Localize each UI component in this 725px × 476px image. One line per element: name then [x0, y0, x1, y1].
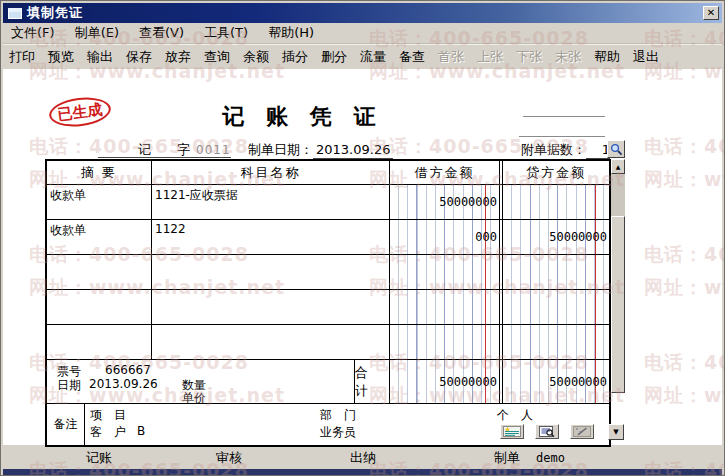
make-date-label: 制单日期： [248, 142, 313, 157]
clerk-label[interactable]: 业务员 [320, 424, 356, 441]
ticket-cell: 票号 666667 日期 2013.09.26 数量 单价 [47, 360, 355, 403]
department-label[interactable]: 部 门 [320, 407, 356, 424]
summary-cell[interactable] [47, 255, 152, 289]
header-summary: 摘 要 [47, 161, 152, 184]
bookkeeper-label: 记账 [86, 449, 112, 467]
account-cell[interactable] [152, 325, 390, 359]
attach-count: 附单据数：1 [521, 141, 610, 159]
credit-cell[interactable] [503, 325, 609, 359]
vertical-scrollbar[interactable]: ▲ [611, 159, 625, 393]
maker-label: 制单 [494, 449, 520, 467]
scroll-up-icon[interactable]: ▲ [611, 159, 625, 174]
maker-value: demo [536, 451, 565, 465]
menu-item-3[interactable]: 工具(T) [196, 23, 256, 43]
toolbar-button-6[interactable]: 余额 [237, 46, 275, 68]
close-button[interactable]: ✕ [703, 6, 719, 20]
toolbar-button-3[interactable]: 保存 [120, 46, 158, 68]
menu-item-4[interactable]: 帮助(H) [260, 23, 322, 43]
voucher-word-underline [98, 157, 231, 158]
menu-item-2[interactable]: 查看(V) [131, 23, 192, 43]
remark-row: 备注 项 目 客 户 B 部 门 业务员 个 人 [47, 404, 609, 445]
project-label[interactable]: 项 目 [90, 407, 126, 424]
document-magnifier-icon[interactable] [535, 424, 559, 439]
voucher-row-2 [47, 255, 609, 290]
person-label[interactable]: 个 人 [497, 407, 533, 424]
credit-cell[interactable] [503, 290, 609, 324]
ticket-date-label: 日期 [57, 377, 81, 394]
blank-line-bottom [519, 136, 605, 137]
signature-row: 记账 审核 出纳 制单 demo [3, 449, 722, 465]
toolbar-button-8[interactable]: 删分 [315, 46, 353, 68]
bottom-navy-bar [3, 469, 722, 476]
account-cell[interactable]: 1122 [152, 220, 390, 254]
attach-count-label: 附单据数： [521, 142, 586, 157]
account-cell[interactable]: 1121-应收票据 [152, 185, 390, 219]
auditor-label: 审核 [216, 449, 242, 467]
toolbar-button-2[interactable]: 输出 [81, 46, 119, 68]
chevron-down-icon[interactable]: ▼ [608, 424, 624, 440]
toolbar-button-4[interactable]: 放弃 [159, 46, 197, 68]
toolbar-button-15[interactable]: 帮助 [588, 46, 626, 68]
voucher-row-0: 收款单1121-应收票据50000000 [47, 185, 609, 220]
customer-value[interactable]: B [137, 424, 145, 438]
voucher-title: 记 账 凭 证 [3, 102, 602, 132]
title-bar: 填制凭证 ✕ [3, 3, 722, 23]
credit-cell[interactable] [503, 185, 609, 219]
total-debit: 50000000 [390, 360, 500, 403]
toolbar-button-11: 首张 [432, 46, 470, 68]
make-date-value[interactable]: 2013.09.26 [313, 142, 393, 159]
totals-row: 票号 666667 日期 2013.09.26 数量 单价 合 计 500000… [47, 360, 609, 404]
menu-item-0[interactable]: 文件(F) [3, 23, 63, 43]
summary-cell[interactable]: 收款单 [47, 185, 152, 219]
credit-cell[interactable]: 50000000 [503, 220, 609, 254]
toolbar-button-1[interactable]: 预览 [42, 46, 80, 68]
voucher-table-header: 摘 要 科目名称 借方金额 贷方金额 [47, 161, 609, 185]
toolbar-button-10[interactable]: 备查 [393, 46, 431, 68]
toolbar-button-0[interactable]: 打印 [3, 46, 41, 68]
summary-cell[interactable]: 收款单 [47, 220, 152, 254]
header-account: 科目名称 [152, 161, 390, 184]
scrollbar-thumb[interactable] [611, 216, 625, 393]
voucher-row-1: 收款单112200050000000 [47, 220, 609, 255]
debit-cell[interactable] [390, 255, 500, 289]
voucher-number[interactable]: 0011 [196, 143, 231, 157]
window-icon [8, 8, 22, 19]
account-cell[interactable] [152, 290, 390, 324]
credit-cell[interactable] [503, 255, 609, 289]
total-label: 合 计 [355, 360, 390, 403]
toolbar-button-7[interactable]: 插分 [276, 46, 314, 68]
ticket-date-value[interactable]: 2013.09.26 [89, 377, 158, 391]
summary-cell[interactable] [47, 290, 152, 324]
remark-content: 项 目 客 户 B 部 门 业务员 个 人 [85, 404, 609, 445]
toolbar-button-16[interactable]: 退出 [627, 46, 665, 68]
total-credit: 50000000 [503, 360, 609, 403]
summary-cell[interactable] [47, 325, 152, 359]
menu-bar: 文件(F)制单(E)查看(V)工具(T)帮助(H) [3, 23, 722, 44]
voucher-table-body: 收款单1121-应收票据50000000收款单112200050000000 [47, 185, 609, 360]
note-lines-star-icon[interactable] [500, 424, 524, 439]
account-cell[interactable] [152, 255, 390, 289]
voucher-client-area: 已生成 记 账 凭 证 记 字 0011 制单日期：2013.09.26 附单据… [3, 69, 722, 473]
wand-icon[interactable] [570, 424, 594, 439]
customer-label[interactable]: 客 户 [90, 424, 126, 441]
toolbar-button-5[interactable]: 查询 [198, 46, 236, 68]
toolbar: 打印预览输出保存放弃查询余额插分删分流量备查首张上张下张末张帮助退出 [3, 44, 722, 69]
remark-label: 备注 [47, 404, 85, 445]
window-title: 填制凭证 [27, 4, 83, 22]
cashier-label: 出纳 [350, 449, 376, 467]
debit-cell[interactable]: 000 [390, 220, 500, 254]
header-debit: 借方金额 [390, 161, 500, 184]
voucher-row-4 [47, 325, 609, 360]
voucher-row-3 [47, 290, 609, 325]
ticket-no-value[interactable]: 666667 [105, 363, 151, 377]
voucher-table: 摘 要 科目名称 借方金额 贷方金额 收款单1121-应收票据50000000收… [45, 159, 611, 447]
magnifier-icon [610, 143, 623, 156]
menu-item-1[interactable]: 制单(E) [67, 23, 127, 43]
debit-cell[interactable] [390, 325, 500, 359]
debit-cell[interactable] [390, 290, 500, 324]
attach-lookup-button[interactable] [607, 140, 625, 158]
voucher-window: 填制凭证 ✕ 文件(F)制单(E)查看(V)工具(T)帮助(H) 打印预览输出保… [0, 0, 725, 476]
debit-cell[interactable]: 50000000 [390, 185, 500, 219]
toolbar-button-9[interactable]: 流量 [354, 46, 392, 68]
toolbar-button-14: 末张 [549, 46, 587, 68]
